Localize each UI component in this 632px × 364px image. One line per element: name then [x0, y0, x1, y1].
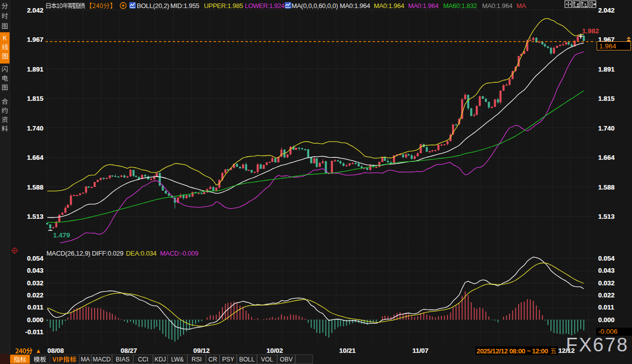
svg-text:MA60:1.832: MA60:1.832 [443, 2, 477, 10]
svg-text:UPPER:1.985: UPPER:1.985 [204, 2, 243, 10]
svg-text:MA(0,0,0,60,0,0): MA(0,0,0,60,0,0) [292, 2, 338, 10]
svg-text:MA0:1.964: MA0:1.964 [340, 2, 370, 10]
svg-text:MA0:1.964: MA0:1.964 [408, 2, 439, 10]
svg-text:MA0:1.964: MA0:1.964 [482, 2, 512, 10]
svg-text:MA: MA [516, 2, 526, 10]
svg-text:MID:1.955: MID:1.955 [171, 2, 199, 10]
svg-text:BOLL(20,2): BOLL(20,2) [137, 2, 169, 10]
svg-text:MA0:1.964: MA0:1.964 [374, 2, 404, 10]
svg-text:LOWER:1.924: LOWER:1.924 [245, 2, 284, 10]
